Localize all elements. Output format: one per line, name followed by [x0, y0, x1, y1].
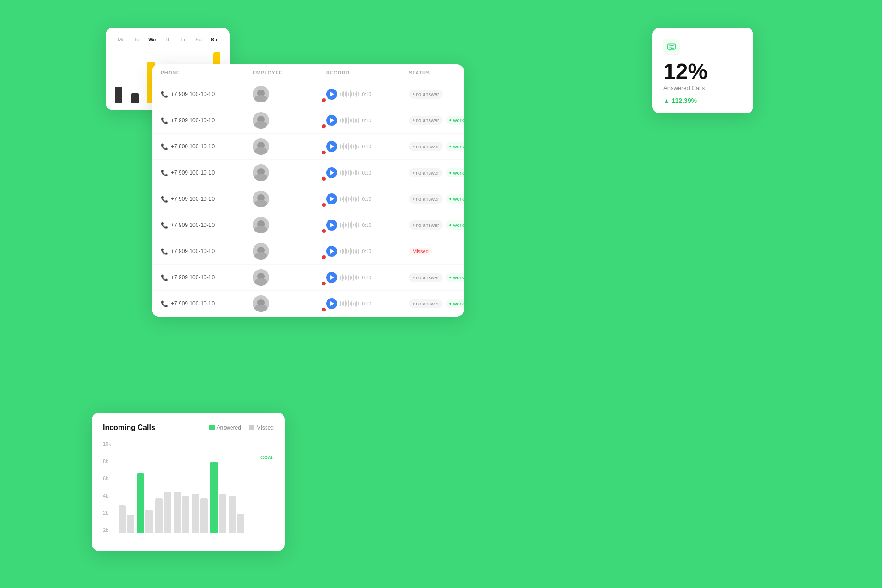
- play-button[interactable]: [326, 167, 337, 178]
- y-label-2k-2: 2k: [103, 527, 117, 533]
- waveform: [340, 273, 359, 282]
- missed-bar-4b: [182, 496, 189, 533]
- phone-cell: 📞 +7 909 100-10-10: [161, 170, 253, 176]
- status-no-answer: no answer: [409, 90, 443, 99]
- online-dot: [322, 203, 326, 207]
- phone-icon: 📞: [161, 117, 168, 124]
- table-row: 📞 +7 909 100-10-10 0:10 no answer worked…: [152, 265, 464, 291]
- employee-cell: [253, 191, 326, 207]
- play-button[interactable]: [326, 141, 337, 152]
- status-no-answer: no answer: [409, 116, 443, 125]
- bar-group-6: [210, 462, 226, 533]
- bar-group-1: [119, 505, 134, 533]
- phone-cell: 📞 +7 909 100-10-10: [161, 91, 253, 98]
- record-time: 0:10: [362, 170, 371, 175]
- status-worked-out: worked out: [446, 273, 464, 282]
- status-worked-out: worked out: [446, 194, 464, 204]
- chart-legend: Answered Missed: [209, 424, 274, 431]
- online-dot: [322, 255, 326, 260]
- record-time: 0:10: [362, 92, 371, 97]
- record-cell: 0:10: [326, 115, 409, 126]
- calls-table-card: PHONE EMPLOYEE RECORD STATUS 📞 +7 909 10…: [152, 64, 464, 317]
- table-row: 📞 +7 909 100-10-10 0:10 Missed: [152, 238, 464, 265]
- avatar: [253, 191, 269, 207]
- play-button[interactable]: [326, 272, 337, 283]
- table-row: 📞 +7 909 100-10-10 0:10 no answer worked…: [152, 134, 464, 160]
- record-cell: 0:10: [326, 89, 409, 100]
- phone-icon: 📞: [161, 143, 168, 150]
- play-button[interactable]: [326, 89, 337, 100]
- avatar: [253, 138, 269, 155]
- play-button[interactable]: [326, 220, 337, 231]
- bar-group-4: [174, 492, 189, 533]
- online-dot: [322, 124, 326, 129]
- table-row: 📞 +7 909 100-10-10 0:10 no answer worked…: [152, 186, 464, 212]
- phone-cell: 📞 +7 909 100-10-10: [161, 117, 253, 124]
- legend-dot-missed: [249, 425, 254, 430]
- chart-area: 10k 8k 6k 4k 2k 2k GOAL: [103, 441, 274, 542]
- chat-icon: [667, 42, 676, 51]
- table-header: PHONE EMPLOYEE RECORD STATUS: [152, 64, 464, 81]
- col-record-header: RECORD: [326, 70, 409, 75]
- y-label-6k: 6k: [103, 475, 117, 481]
- record-time: 0:10: [362, 223, 371, 228]
- phone-icon: 📞: [161, 300, 168, 307]
- waveform: [340, 90, 359, 99]
- phone-number: +7 909 100-10-10: [171, 170, 215, 176]
- bar-group-3: [155, 492, 171, 533]
- online-dot: [322, 98, 326, 102]
- play-button[interactable]: [326, 298, 337, 309]
- legend-answered: Answered: [209, 424, 241, 431]
- record-cell: 0:10: [326, 167, 409, 178]
- phone-icon: 📞: [161, 196, 168, 203]
- phone-number: +7 909 100-10-10: [171, 196, 215, 202]
- status-cell: no answer worked out: [409, 168, 464, 177]
- status-no-answer: no answer: [409, 168, 443, 177]
- phone-icon: 📞: [161, 222, 168, 229]
- record-cell: 0:10: [326, 246, 409, 257]
- day-fr: Fr: [177, 37, 190, 42]
- days-row: Mo Tu We Th Fr Sa Su: [115, 37, 220, 42]
- phone-number: +7 909 100-10-10: [171, 143, 215, 150]
- avatar: [253, 86, 269, 102]
- avatar: [253, 269, 269, 286]
- missed-bar-5: [192, 494, 199, 533]
- phone-icon: 📞: [161, 170, 168, 176]
- y-axis-labels: 10k 8k 6k 4k 2k 2k: [103, 441, 117, 533]
- missed-bar-7: [229, 496, 236, 533]
- phone-number: +7 909 100-10-10: [171, 222, 215, 228]
- bar-group-5: [192, 494, 208, 533]
- phone-icon: 📞: [161, 91, 168, 98]
- record-cell: 0:10: [326, 220, 409, 231]
- play-button[interactable]: [326, 193, 337, 204]
- record-cell: 0:10: [326, 298, 409, 309]
- record-cell: 0:10: [326, 272, 409, 283]
- phone-number: +7 909 100-10-10: [171, 300, 215, 307]
- missed-bar-2: [145, 510, 153, 533]
- play-button[interactable]: [326, 246, 337, 257]
- incoming-header: Incoming Calls Answered Missed: [103, 424, 274, 432]
- col-employee-header: EMPLOYEE: [253, 70, 326, 75]
- col-phone-header: PHONE: [161, 70, 253, 75]
- phone-number: +7 909 100-10-10: [171, 91, 215, 97]
- day-mo: Mo: [115, 37, 128, 42]
- employee-cell: [253, 112, 326, 129]
- phone-icon: 📞: [161, 274, 168, 281]
- answered-bar-6: [210, 462, 218, 533]
- y-label-4k: 4k: [103, 493, 117, 498]
- bar-group-7: [229, 496, 244, 533]
- legend-answered-label: Answered: [217, 424, 241, 431]
- status-cell: no answer: [409, 90, 464, 99]
- status-worked-out: worked out: [446, 220, 464, 230]
- day-su: Su: [208, 37, 220, 42]
- missed-bar-7b: [237, 514, 244, 533]
- play-button[interactable]: [326, 115, 337, 126]
- record-time: 0:10: [362, 301, 371, 306]
- missed-bar-5b: [200, 498, 208, 533]
- table-row: 📞 +7 909 100-10-10 0:10 no answer worked…: [152, 212, 464, 238]
- employee-cell: [253, 86, 326, 102]
- record-time: 0:10: [362, 144, 371, 149]
- online-dot: [322, 281, 326, 286]
- status-cell: no answer worked out: [409, 220, 464, 230]
- stat-icon-wrap: [663, 39, 680, 55]
